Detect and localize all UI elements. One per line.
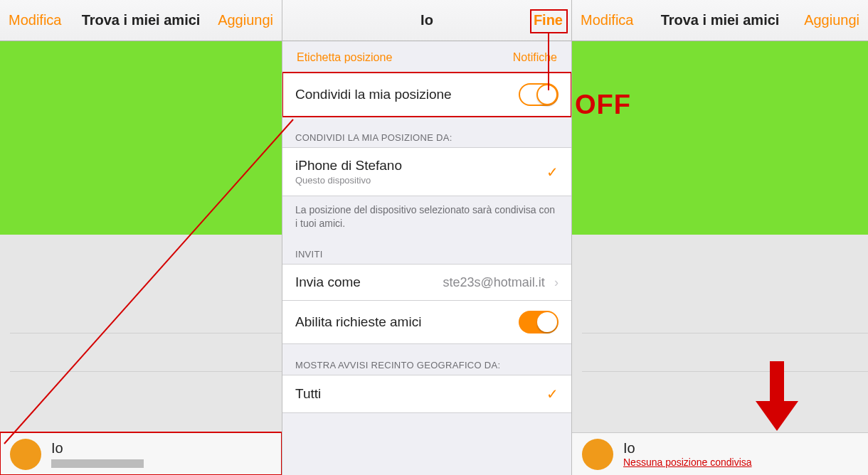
share-location-label: Condividi la mia posizione (295, 87, 452, 102)
device-cell[interactable]: iPhone di Stefano Questo dispositivo ✓ (282, 147, 571, 196)
friend-requests-label: Abilita richieste amici (295, 314, 421, 330)
tab-position-label[interactable]: Etichetta posizione (297, 51, 392, 64)
geofence-all-label: Tutti (295, 386, 321, 402)
geofence-all-cell[interactable]: Tutti ✓ (282, 375, 571, 413)
screenshot-left: Modifica Trova i miei amici Aggiungi Io (0, 0, 282, 475)
section-share-from: CONDIVIDI LA MIA POSIZIONE DA: (282, 117, 571, 147)
chevron-right-icon: › (554, 275, 559, 289)
map-placeholder (572, 41, 868, 235)
me-name: Io (623, 440, 752, 457)
friend-requests-toggle[interactable] (519, 311, 559, 333)
avatar (10, 439, 41, 470)
me-name: Io (51, 440, 144, 457)
share-location-toggle[interactable] (519, 83, 559, 106)
screenshot-settings: Io Fine Etichetta posizione Notifiche Co… (282, 0, 572, 475)
edit-button[interactable]: Modifica (9, 12, 61, 28)
device-name: iPhone di Stefano (295, 158, 402, 174)
me-status: Nessuna posizione condivisa (623, 457, 752, 468)
map-placeholder (0, 41, 282, 235)
settings-title: Io (282, 12, 571, 28)
share-location-cell[interactable]: Condividi la mia posizione (282, 73, 571, 117)
send-as-cell[interactable]: Invia come ste23s@hotmail.it › (282, 264, 571, 300)
check-icon: ✓ (546, 385, 559, 402)
me-subtitle-redacted (51, 459, 144, 468)
done-button[interactable]: Fine (534, 12, 563, 28)
tab-notifications[interactable]: Notifiche (513, 51, 557, 64)
friend-requests-cell[interactable]: Abilita richieste amici (282, 300, 571, 344)
list-placeholder (0, 235, 282, 434)
section-invites: INVITI (282, 233, 571, 264)
send-as-label: Invia come (295, 274, 361, 290)
navbar-right: Modifica Trova i miei amici Aggiungi (572, 0, 868, 41)
me-row[interactable]: Io Nessuna posizione condivisa (572, 432, 868, 475)
device-subtitle: Questo dispositivo (295, 175, 402, 186)
check-icon: ✓ (546, 164, 559, 181)
edit-button[interactable]: Modifica (581, 12, 633, 28)
section-geofence: MOSTRA AVVISI RECINTO GEOGRAFICO DA: (282, 344, 571, 375)
add-button[interactable]: Aggiungi (218, 12, 273, 28)
navbar-settings: Io Fine (282, 0, 571, 41)
avatar (582, 439, 613, 470)
me-row[interactable]: Io (0, 432, 282, 475)
send-as-value: ste23s@hotmail.it (443, 275, 544, 289)
screenshot-right: Modifica Trova i miei amici Aggiungi Io … (572, 0, 868, 475)
device-footer: La posizione del dispositivo selezionato… (282, 196, 571, 233)
navbar-left: Modifica Trova i miei amici Aggiungi (0, 0, 282, 41)
list-placeholder (572, 235, 868, 434)
add-button[interactable]: Aggiungi (804, 12, 859, 28)
